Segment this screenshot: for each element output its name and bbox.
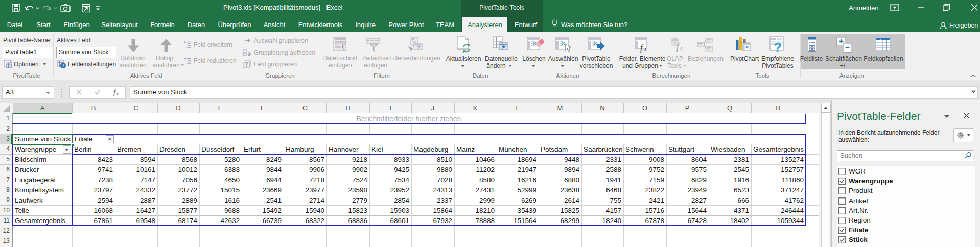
svg-text:f: f	[676, 42, 680, 52]
svg-text:x: x	[644, 45, 647, 52]
svg-text:x: x	[116, 91, 119, 96]
svg-text:?: ?	[774, 40, 782, 54]
svg-text:x: x	[680, 45, 683, 51]
